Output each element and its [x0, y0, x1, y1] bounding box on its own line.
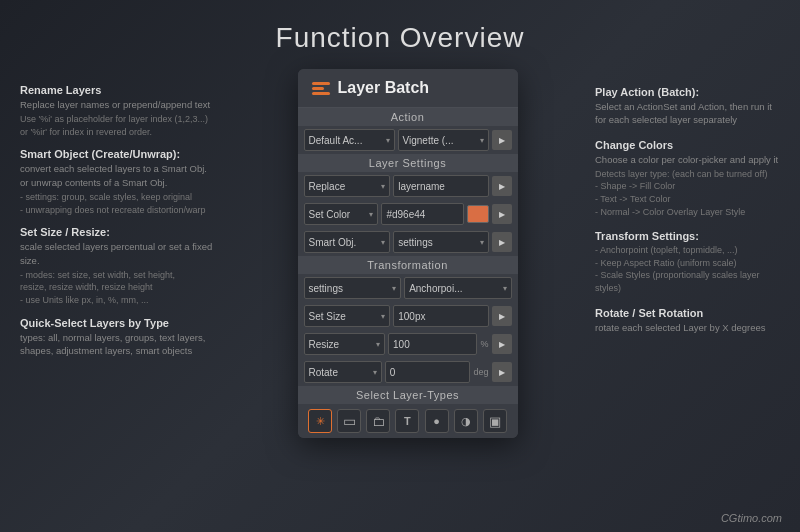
change-colors-desc: Choose a color per color-picker and appl… [595, 153, 780, 166]
rotate-desc: rotate each selected Layer by X degrees [595, 321, 780, 334]
resize-row: Resize ▾ % ▶ [298, 330, 518, 358]
layer-type-all[interactable]: ✳ [308, 409, 332, 433]
rotate-title: Rotate / Set Rotation [595, 307, 780, 319]
smartobj-option-select[interactable]: Smart Obj. ▾ [304, 231, 391, 253]
action-set-select[interactable]: Default Ac... ▾ [304, 129, 395, 151]
rename-row: Replace ▾ ▶ [298, 172, 518, 200]
layer-type-text[interactable]: T [395, 409, 419, 433]
center-panel: Layer Batch Action Default Ac... ▾ Vigne… [220, 64, 595, 532]
rotate-input[interactable] [385, 361, 471, 383]
quickselect-title: Quick-Select Layers by Type [20, 317, 220, 329]
logo-bar-2 [312, 87, 324, 90]
transform-settings-detail: - Anchorpoint (topleft, topmiddle, ...)-… [595, 244, 780, 294]
main-layout: Rename Layers Replace layer names or pre… [0, 54, 800, 532]
rotate-play-button[interactable]: ▶ [492, 362, 512, 382]
smartobj-detail: - settings: group, scale styles, keep or… [20, 191, 220, 216]
section-transformation: Transformation [298, 256, 518, 274]
transform-settings-select[interactable]: settings ▾ [304, 277, 402, 299]
rename-play-button[interactable]: ▶ [492, 176, 512, 196]
resize-option-select[interactable]: Resize ▾ [304, 333, 386, 355]
color-swatch[interactable] [467, 205, 489, 223]
color-option-select[interactable]: Set Color ▾ [304, 203, 379, 225]
resize-unit: % [480, 339, 488, 349]
setsize-detail: - modes: set size, set width, set height… [20, 269, 220, 307]
plugin-logo [312, 82, 330, 95]
layer-types-row: ✳ ▭ 🗀 T ● ◑ ▣ [298, 404, 518, 438]
right-panel: Play Action (Batch): Select an ActionSet… [595, 64, 780, 532]
layer-type-adjustment[interactable]: ◑ [454, 409, 478, 433]
layer-type-shape[interactable]: ● [425, 409, 449, 433]
action-row: Default Ac... ▾ Vignette (... ▾ ▶ [298, 126, 518, 154]
resize-input[interactable] [388, 333, 477, 355]
rotate-unit: deg [473, 367, 488, 377]
play-action-title: Play Action (Batch): [595, 86, 780, 98]
change-colors-title: Change Colors [595, 139, 780, 151]
smartobj-value-select[interactable]: settings ▾ [393, 231, 488, 253]
play-action-desc: Select an ActionSet and Action, then run… [595, 100, 780, 127]
color-hex-display[interactable]: #d96e44 [381, 203, 463, 225]
smartobj-row: Smart Obj. ▾ settings ▾ ▶ [298, 228, 518, 256]
setsize-play-button[interactable]: ▶ [492, 306, 512, 326]
section-layer-settings: Layer Settings [298, 154, 518, 172]
change-colors-detail: Detects layer type: (each can be turned … [595, 168, 780, 218]
action-select[interactable]: Vignette (... ▾ [398, 129, 489, 151]
rename-desc: Replace layer names or prepend/append te… [20, 98, 220, 111]
transform-settings-row: settings ▾ Anchorpoi... ▾ [298, 274, 518, 302]
plugin-title: Layer Batch [338, 79, 430, 97]
layer-type-folder[interactable]: 🗀 [366, 409, 390, 433]
anchor-select[interactable]: Anchorpoi... ▾ [404, 277, 511, 299]
smartobj-play-button[interactable]: ▶ [492, 232, 512, 252]
section-action: Action [298, 108, 518, 126]
rename-option-select[interactable]: Replace ▾ [304, 175, 391, 197]
logo-bar-1 [312, 82, 330, 85]
setsize-desc: scale selected layers percentual or set … [20, 240, 220, 267]
page-title: Function Overview [0, 0, 800, 54]
setsize-option-select[interactable]: Set Size ▾ [304, 305, 391, 327]
watermark: CGtimo.com [721, 512, 782, 524]
transform-settings-title: Transform Settings: [595, 230, 780, 242]
setsize-title: Set Size / Resize: [20, 226, 220, 238]
size-input[interactable] [393, 305, 488, 327]
rename-input[interactable] [393, 175, 488, 197]
plugin-header: Layer Batch [298, 69, 518, 108]
section-layer-types: Select Layer-Types [298, 386, 518, 404]
smartobj-title: Smart Object (Create/Unwrap): [20, 148, 220, 160]
color-play-button[interactable]: ▶ [492, 204, 512, 224]
layer-type-normal[interactable]: ▭ [337, 409, 361, 433]
smartobj-desc: convert each selected layers to a Smart … [20, 162, 220, 189]
rotate-option-select[interactable]: Rotate ▾ [304, 361, 382, 383]
color-row: Set Color ▾ #d96e44 ▶ [298, 200, 518, 228]
rename-title: Rename Layers [20, 84, 220, 96]
left-panel: Rename Layers Replace layer names or pre… [20, 64, 220, 532]
rotate-row: Rotate ▾ deg ▶ [298, 358, 518, 386]
logo-bar-3 [312, 92, 330, 95]
rename-detail: Use '%i' as placeholder for layer index … [20, 113, 220, 138]
layer-type-smart[interactable]: ▣ [483, 409, 507, 433]
resize-play-button[interactable]: ▶ [492, 334, 512, 354]
setsize-row: Set Size ▾ ▶ [298, 302, 518, 330]
quickselect-desc: types: all, normal layers, groups, text … [20, 331, 220, 358]
play-action-button[interactable]: ▶ [492, 130, 512, 150]
plugin-window: Layer Batch Action Default Ac... ▾ Vigne… [298, 69, 518, 438]
